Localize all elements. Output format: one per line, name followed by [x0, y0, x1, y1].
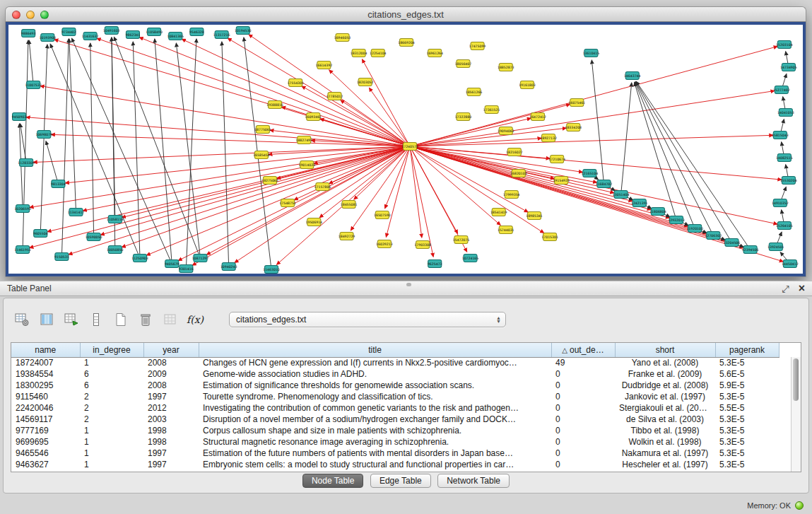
graph-node[interactable]: 9625473 — [428, 260, 442, 268]
graph-node[interactable]: 14734905 — [780, 64, 797, 71]
graph-node[interactable]: 18455081 — [341, 201, 358, 209]
graph-node[interactable]: 15203104 — [776, 41, 793, 49]
graph-node[interactable]: 10206593 — [14, 205, 31, 213]
graph-node[interactable]: 19014023 — [298, 161, 315, 169]
graph-node[interactable]: 11317216 — [213, 31, 230, 39]
graph-node[interactable]: 11058114 — [107, 216, 124, 223]
graph-node[interactable]: 16946053 — [334, 34, 351, 42]
function-builder-icon[interactable]: f(x) — [187, 311, 204, 328]
graph-node[interactable]: 16614392 — [316, 62, 333, 69]
graph-edge[interactable] — [592, 60, 604, 184]
column-header-year[interactable]: year — [143, 343, 199, 357]
graph-edge[interactable] — [369, 88, 410, 146]
graph-node[interactable]: 18541419 — [490, 209, 507, 216]
graph-node[interactable]: 17240573 — [401, 143, 418, 151]
graph-node[interactable]: 16507590 — [374, 211, 391, 219]
graph-edge[interactable] — [72, 38, 172, 264]
table-row[interactable]: 1872400712008Changes of HCN gene express… — [11, 357, 779, 368]
tab-network-table[interactable]: Network Table — [437, 474, 510, 488]
table-row[interactable]: 946554611997Estimation of the future num… — [11, 448, 779, 459]
graph-node[interactable]: 10193908 — [40, 34, 57, 42]
graph-node[interactable]: 17157806 — [314, 183, 331, 191]
graph-node[interactable]: 11341417 — [68, 209, 85, 216]
network-graph-canvas[interactable]: 1724057318312004166143921755430119388816… — [8, 25, 803, 274]
table-settings-icon[interactable] — [13, 311, 30, 328]
column-header-pagerank[interactable]: pagerank — [715, 343, 779, 357]
graph-node[interactable]: 19161803 — [519, 81, 536, 89]
graph-node[interactable]: 11461951 — [14, 246, 31, 254]
column-header-title[interactable]: title — [199, 343, 551, 357]
graph-node[interactable]: 10194530 — [235, 27, 252, 35]
graph-node[interactable]: 18927132 — [540, 134, 557, 142]
graph-node[interactable]: 11007537 — [25, 81, 42, 89]
table-row[interactable]: 1456911722003Disruption of a novel membe… — [11, 414, 779, 425]
graph-edge[interactable] — [69, 146, 410, 255]
graph-node[interactable]: 13610415 — [583, 49, 600, 57]
graph-node[interactable]: 10841365 — [167, 33, 184, 40]
graph-edge[interactable] — [385, 146, 410, 209]
graph-edge[interactable] — [40, 86, 410, 146]
graph-node[interactable]: 18669204 — [398, 39, 415, 47]
graph-node[interactable]: 16093461 — [305, 113, 322, 121]
column-header-in-degree[interactable]: in_degree — [80, 343, 143, 357]
graph-edge[interactable] — [26, 117, 410, 146]
graph-node[interactable]: 12254104 — [370, 49, 387, 57]
graph-node[interactable]: 16961264 — [426, 49, 443, 57]
table-row[interactable]: 2242004622012Investigating the contribut… — [11, 402, 779, 414]
graph-node[interactable]: 12165104 — [582, 170, 599, 177]
graph-node[interactable]: 15472075 — [453, 236, 470, 244]
graph-node[interactable]: 17999354 — [503, 191, 520, 199]
graph-edge[interactable] — [61, 39, 69, 257]
graph-edge[interactable] — [146, 146, 410, 255]
graph-node[interactable]: 19154925 — [553, 177, 570, 185]
graph-node[interactable]: 13051404 — [613, 191, 630, 199]
graph-node[interactable]: 19506914 — [306, 218, 323, 226]
column-header-short[interactable]: short — [615, 343, 715, 357]
column-header-name[interactable]: name — [11, 343, 80, 357]
graph-node[interactable]: 16585458 — [253, 151, 270, 159]
graph-node[interactable]: 10724165 — [462, 255, 479, 262]
graph-node[interactable]: 10491603 — [103, 27, 120, 35]
graph-edge[interactable] — [410, 146, 433, 257]
graph-node[interactable]: 18561266 — [466, 88, 483, 96]
graph-node[interactable]: 17785012 — [326, 93, 343, 100]
graph-node[interactable]: 18056407 — [455, 60, 472, 68]
graph-node[interactable]: 11058490 — [146, 28, 163, 36]
graph-node[interactable]: 14643744 — [624, 72, 641, 80]
graph-node[interactable]: 17210674 — [548, 156, 565, 163]
graph-edge[interactable] — [410, 146, 777, 224]
graph-node[interactable]: 9605504 — [33, 230, 48, 238]
graph-node[interactable]: 10590050 — [86, 233, 102, 241]
edit-table-icon[interactable] — [63, 311, 80, 328]
window-titlebar[interactable]: citations_edges.txt — [5, 6, 806, 22]
graph-node[interactable]: 9734402 — [61, 28, 76, 36]
graph-node[interactable]: 11684702 — [596, 180, 613, 188]
graph-node[interactable]: 14041053 — [777, 109, 794, 117]
graph-edge[interactable] — [410, 139, 541, 146]
graph-node[interactable]: 9301416 — [179, 265, 194, 273]
graph-edge[interactable] — [29, 40, 33, 85]
graph-node[interactable]: 10940243 — [220, 263, 237, 271]
graph-node[interactable]: 9450902 — [12, 113, 27, 121]
column-header-out-degree[interactable]: △out_de… — [551, 343, 615, 357]
table-row[interactable]: 1830029562008Estimation of significance … — [11, 380, 779, 391]
graph-node[interactable]: 9405679 — [165, 260, 180, 268]
graph-node[interactable]: 12932013 — [668, 216, 685, 224]
graph-edge[interactable] — [50, 44, 140, 258]
graph-node[interactable]: 19388816 — [266, 101, 283, 109]
graph-node[interactable]: 14910352 — [772, 199, 789, 207]
graph-node[interactable]: 9150531 — [54, 253, 69, 261]
table-scrollbar[interactable] — [791, 357, 801, 472]
graph-node[interactable]: 18312004 — [351, 49, 367, 57]
new-column-icon[interactable] — [112, 311, 129, 328]
graph-node[interactable]: 12394506 — [742, 246, 759, 254]
graph-edge[interactable] — [69, 39, 76, 212]
row-height-icon[interactable] — [88, 311, 105, 328]
graph-edge[interactable] — [621, 83, 632, 194]
table-row[interactable]: 977716911998Corpus callosum shape and si… — [11, 425, 779, 436]
table-row[interactable]: 911546021997Tourette syndrome. Phenomeno… — [11, 391, 779, 402]
graph-node[interactable]: 18216027 — [506, 148, 523, 156]
graph-node[interactable]: 18985341 — [526, 212, 543, 220]
graph-node[interactable]: 14082515 — [776, 154, 793, 162]
graph-node[interactable]: 13924501 — [767, 243, 784, 251]
